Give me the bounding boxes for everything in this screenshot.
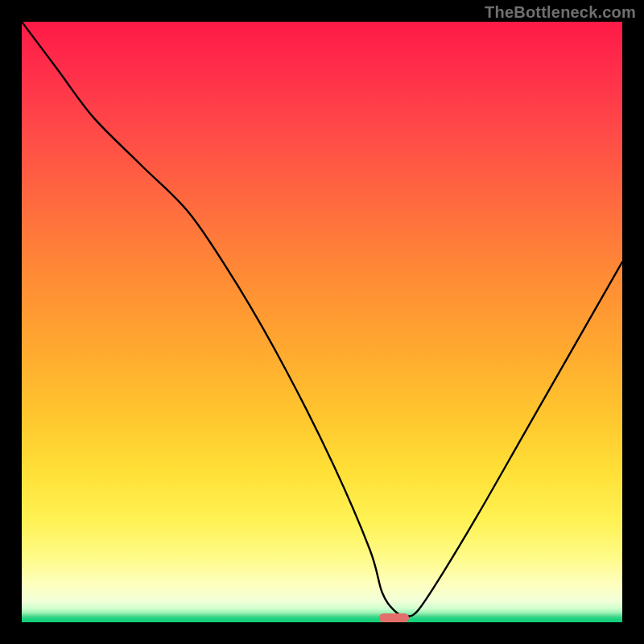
curve-path bbox=[22, 22, 622, 617]
watermark-text: TheBottleneck.com bbox=[485, 3, 636, 22]
plot-area bbox=[22, 22, 622, 622]
optimum-marker bbox=[379, 613, 409, 622]
bottleneck-curve bbox=[22, 22, 622, 622]
chart-frame: TheBottleneck.com bbox=[0, 0, 644, 644]
